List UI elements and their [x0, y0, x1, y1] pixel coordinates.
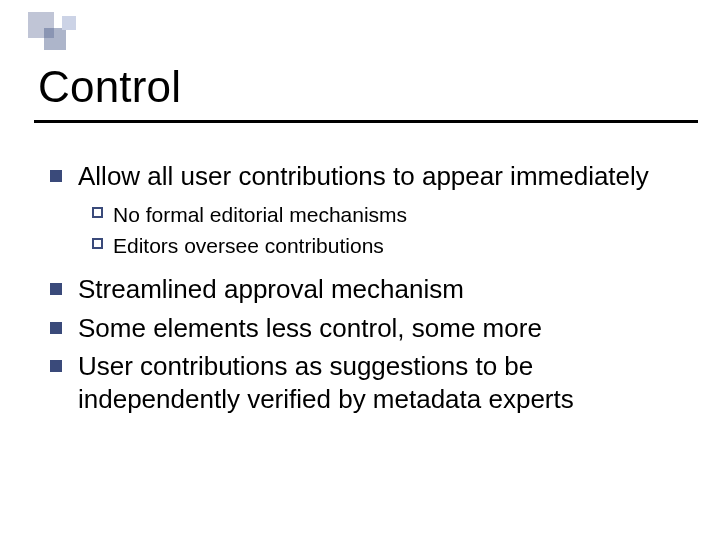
slide-content: Allow all user contributions to appear i…: [50, 160, 680, 421]
hollow-square-bullet-icon: [92, 207, 103, 218]
list-item-text: User contributions as suggestions to be …: [78, 350, 680, 415]
list-item: User contributions as suggestions to be …: [50, 350, 680, 415]
slide: Control Allow all user contributions to …: [0, 0, 720, 540]
list-item-text: Editors oversee contributions: [113, 232, 384, 259]
slide-title: Control: [38, 62, 181, 112]
list-item: Allow all user contributions to appear i…: [50, 160, 680, 193]
list-item: No formal editorial mechanisms: [92, 201, 680, 228]
square-bullet-icon: [50, 360, 62, 372]
list-item-text: Some elements less control, some more: [78, 312, 542, 345]
list-item: Some elements less control, some more: [50, 312, 680, 345]
hollow-square-bullet-icon: [92, 238, 103, 249]
list-item-text: Allow all user contributions to appear i…: [78, 160, 649, 193]
deco-square-icon: [44, 28, 66, 50]
square-bullet-icon: [50, 170, 62, 182]
title-underline: [34, 120, 698, 123]
deco-square-icon: [62, 16, 76, 30]
sub-list: No formal editorial mechanisms Editors o…: [92, 201, 680, 260]
list-item-text: No formal editorial mechanisms: [113, 201, 407, 228]
square-bullet-icon: [50, 283, 62, 295]
list-item: Streamlined approval mechanism: [50, 273, 680, 306]
list-item: Editors oversee contributions: [92, 232, 680, 259]
list-item-text: Streamlined approval mechanism: [78, 273, 464, 306]
square-bullet-icon: [50, 322, 62, 334]
